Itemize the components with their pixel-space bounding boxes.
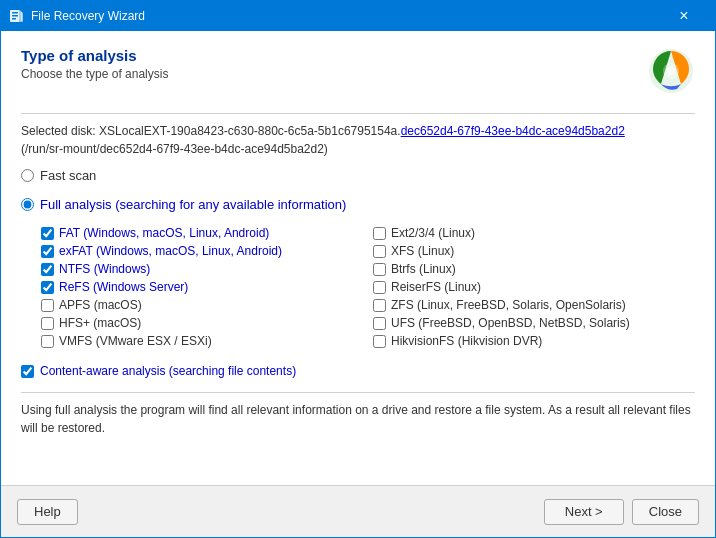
content-area: Type of analysis Choose the type of anal…: [1, 31, 715, 485]
close-button[interactable]: Close: [632, 499, 699, 525]
next-button[interactable]: Next >: [544, 499, 624, 525]
fast-scan-text: Fast scan: [40, 168, 96, 183]
page-title: Type of analysis: [21, 47, 168, 64]
full-analysis-option: Full analysis (searching for any availab…: [21, 197, 695, 220]
cb-exfat[interactable]: exFAT (Windows, macOS, Linux, Android): [41, 244, 363, 258]
svg-rect-3: [12, 18, 16, 20]
main-window: File Recovery Wizard × Type of analysis …: [0, 0, 716, 538]
cb-btrfs[interactable]: Btrfs (Linux): [373, 262, 695, 276]
header-text: Type of analysis Choose the type of anal…: [21, 47, 168, 81]
footer-left: Help: [17, 499, 544, 525]
cb-vmfs[interactable]: VMFS (VMware ESX / ESXi): [41, 334, 363, 348]
cb-hikvision[interactable]: HikvisionFS (Hikvision DVR): [373, 334, 695, 348]
selected-disk-name: XSLocalEXT-190a8423-c630-880c-6c5a-5b1c6…: [99, 124, 401, 138]
content-aware-label[interactable]: Content-aware analysis (searching file c…: [21, 364, 296, 378]
svg-rect-2: [12, 15, 18, 17]
description-content: Using full analysis the program will fin…: [21, 403, 691, 435]
selected-disk-link[interactable]: dec652d4-67f9-43ee-b4dc-ace94d5ba2d2: [401, 124, 625, 138]
full-analysis-radio[interactable]: [21, 198, 34, 211]
window-title: File Recovery Wizard: [31, 9, 661, 23]
content-aware-section: Content-aware analysis (searching file c…: [21, 364, 695, 378]
title-bar: File Recovery Wizard ×: [1, 1, 715, 31]
cb-refs[interactable]: ReFS (Windows Server): [41, 280, 363, 294]
fast-scan-option: Fast scan: [21, 168, 695, 191]
close-window-button[interactable]: ×: [661, 1, 707, 31]
description-text: Using full analysis the program will fin…: [21, 392, 695, 437]
help-button[interactable]: Help: [17, 499, 78, 525]
fast-scan-label[interactable]: Fast scan: [21, 168, 695, 183]
svg-rect-1: [12, 12, 18, 14]
content-aware-checkbox[interactable]: [21, 365, 34, 378]
footer-right: Next > Close: [544, 499, 699, 525]
selected-disk-path: (/run/sr-mount/dec652d4-67f9-43ee-b4dc-a…: [21, 142, 328, 156]
cb-ufs[interactable]: UFS (FreeBSD, OpenBSD, NetBSD, Solaris): [373, 316, 695, 330]
content-aware-text: Content-aware analysis (searching file c…: [40, 364, 296, 378]
cb-ntfs[interactable]: NTFS (Windows): [41, 262, 363, 276]
header-section: Type of analysis Choose the type of anal…: [21, 47, 695, 95]
cb-ext234[interactable]: Ext2/3/4 (Linux): [373, 226, 695, 240]
fast-scan-radio[interactable]: [21, 169, 34, 182]
filesystem-checkboxes: FAT (Windows, macOS, Linux, Android) Ext…: [41, 226, 695, 348]
app-logo: [647, 47, 695, 95]
selected-disk-info: Selected disk: XSLocalEXT-190a8423-c630-…: [21, 122, 695, 158]
app-icon: [9, 8, 25, 24]
full-analysis-label[interactable]: Full analysis (searching for any availab…: [21, 197, 695, 212]
cb-hfsplus[interactable]: HFS+ (macOS): [41, 316, 363, 330]
header-divider: [21, 113, 695, 114]
cb-zfs[interactable]: ZFS (Linux, FreeBSD, Solaris, OpenSolari…: [373, 298, 695, 312]
cb-apfs[interactable]: APFS (macOS): [41, 298, 363, 312]
footer: Help Next > Close: [1, 485, 715, 537]
cb-reiserfs[interactable]: ReiserFS (Linux): [373, 280, 695, 294]
cb-fat[interactable]: FAT (Windows, macOS, Linux, Android): [41, 226, 363, 240]
page-subtitle: Choose the type of analysis: [21, 67, 168, 81]
selected-disk-label: Selected disk:: [21, 124, 96, 138]
cb-xfs[interactable]: XFS (Linux): [373, 244, 695, 258]
svg-point-6: [667, 67, 675, 75]
full-analysis-text: Full analysis (searching for any availab…: [40, 197, 346, 212]
